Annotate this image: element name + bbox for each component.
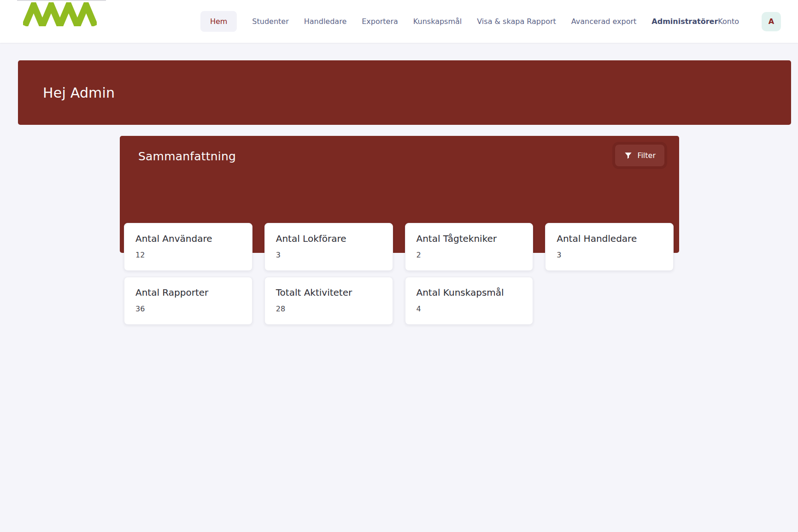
- stat-card-label: Totalt Aktiviteter: [276, 287, 381, 298]
- stat-card-totalt-aktiviteter: Totalt Aktiviteter 28: [264, 277, 393, 325]
- stat-cards-grid: Antal Användare 12 Antal Lokförare 3 Ant…: [124, 223, 674, 325]
- nav-item-kunskapsmal[interactable]: Kunskapsmål: [413, 17, 462, 26]
- top-navbar: Hem Studenter Handledare Exportera Kunsk…: [0, 0, 798, 43]
- stat-card-antal-lokforare: Antal Lokförare 3: [264, 223, 393, 271]
- user-avatar[interactable]: A: [762, 12, 781, 31]
- stat-card-value: 4: [417, 304, 522, 313]
- nav-item-hem[interactable]: Hem: [200, 11, 237, 32]
- stat-card-antal-anvandare: Antal Användare 12: [124, 223, 252, 271]
- filter-button[interactable]: Filter: [615, 145, 664, 166]
- nav-item-konto[interactable]: Konto: [718, 17, 739, 26]
- stat-card-label: Antal Lokförare: [276, 233, 381, 244]
- welcome-banner: Hej Admin: [18, 60, 791, 125]
- nav-item-studenter[interactable]: Studenter: [252, 17, 288, 26]
- filter-button-label: Filter: [637, 151, 656, 160]
- stat-card-value: 2: [417, 251, 522, 259]
- summary-title: Sammanfattning: [138, 150, 664, 163]
- logo-top-line: [17, 0, 106, 1]
- stat-card-label: Antal Kunskapsmål: [417, 287, 522, 298]
- stat-card-label: Antal Rapporter: [135, 287, 241, 298]
- stat-card-value: 3: [557, 251, 662, 259]
- stat-card-label: Antal Tågtekniker: [417, 233, 522, 244]
- stat-card-value: 12: [135, 251, 241, 259]
- nav-item-visa-skapa-rapport[interactable]: Visa & skapa Rapport: [477, 17, 556, 26]
- stat-card-value: 28: [276, 304, 381, 313]
- nav-item-administratorer[interactable]: Administratörer: [651, 17, 718, 26]
- filter-funnel-icon: [624, 151, 633, 160]
- stat-card-label: Antal Användare: [135, 233, 241, 244]
- stat-card-antal-handledare: Antal Handledare 3: [545, 223, 674, 271]
- summary-section: Sammanfattning Filter Antal Användare 12…: [120, 136, 679, 325]
- nav-item-handledare[interactable]: Handledare: [304, 17, 346, 26]
- stat-card-antal-tagtekniker: Antal Tågtekniker 2: [405, 223, 534, 271]
- nav-pair-admin-konto: Administratörer Konto: [651, 17, 739, 26]
- stat-card-antal-kunskapsmal: Antal Kunskapsmål 4: [405, 277, 534, 325]
- main-nav: Hem Studenter Handledare Exportera Kunsk…: [200, 11, 781, 32]
- nav-item-avancerad-export[interactable]: Avancerad export: [571, 17, 637, 26]
- stat-card-value: 36: [135, 304, 241, 313]
- stat-card-label: Antal Handledare: [557, 233, 662, 244]
- welcome-title: Hej Admin: [43, 85, 115, 101]
- stat-card-antal-rapporter: Antal Rapporter 36: [124, 277, 252, 325]
- stat-card-value: 3: [276, 251, 381, 259]
- zigzag-logo-icon: [23, 2, 97, 26]
- app-logo[interactable]: [23, 2, 97, 26]
- nav-item-exportera[interactable]: Exportera: [362, 17, 398, 26]
